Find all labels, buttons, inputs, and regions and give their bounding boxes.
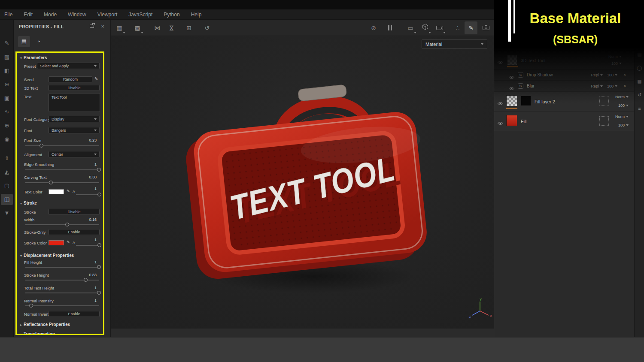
dock-icon[interactable] bbox=[90, 24, 94, 28]
chevron-down-icon bbox=[94, 118, 97, 120]
section-transformation[interactable]: ▸Transformation bbox=[20, 332, 55, 335]
text-color-alpha-value: 1 bbox=[94, 187, 97, 191]
chevron-down-icon bbox=[626, 124, 629, 126]
menu-file[interactable]: File bbox=[4, 12, 12, 18]
text-color-alpha-slider[interactable] bbox=[76, 194, 100, 195]
seed-label: Seed bbox=[24, 77, 33, 82]
normal-intensity-slider[interactable] bbox=[25, 305, 99, 306]
opacity-dropdown[interactable]: 100 bbox=[618, 103, 629, 108]
slider-knob[interactable] bbox=[97, 243, 101, 247]
normal-invert-button[interactable]: Enable bbox=[49, 311, 100, 317]
section-parameters[interactable]: ▾Parameters bbox=[20, 55, 47, 60]
font-dropdown[interactable]: Bangers bbox=[49, 127, 100, 133]
material-picker-icon[interactable]: ◉ bbox=[1, 134, 13, 145]
alpha-label: A bbox=[73, 190, 75, 194]
slider-knob[interactable] bbox=[84, 278, 88, 282]
stroke-toggle-button[interactable]: Disable bbox=[49, 209, 100, 215]
frame-icon[interactable]: ▢ bbox=[1, 180, 13, 191]
layer-name[interactable]: Fill bbox=[521, 119, 526, 124]
section-reflectance[interactable]: ▸Reflectance Properties bbox=[20, 322, 70, 327]
add-frame-icon[interactable]: ⊞ bbox=[184, 23, 194, 33]
slider-knob[interactable] bbox=[39, 144, 43, 148]
properties-panel: PROPERTIES - FILL × ▤ ◔ ▾Parameters Pres… bbox=[14, 20, 111, 337]
eyedropper-icon[interactable]: ✎ bbox=[67, 240, 70, 244]
menu-mode[interactable]: Mode bbox=[44, 12, 57, 18]
menu-viewport[interactable]: Viewport bbox=[97, 12, 117, 18]
particles-icon[interactable]: ∴ bbox=[453, 23, 463, 33]
close-icon[interactable]: × bbox=[101, 24, 104, 29]
alignment-dropdown[interactable]: Center bbox=[49, 151, 100, 157]
menu-javascript[interactable]: JavaScript bbox=[128, 12, 152, 18]
chevron-down-icon bbox=[123, 32, 125, 33]
layer-thumbnail[interactable] bbox=[506, 115, 517, 126]
section-displacement[interactable]: ▾Displacement Properties bbox=[20, 253, 74, 258]
material-slot-box[interactable] bbox=[599, 116, 609, 126]
history-icon[interactable]: ↺ bbox=[202, 23, 212, 33]
stroke-height-slider[interactable] bbox=[25, 280, 99, 281]
symmetry-y-icon[interactable]: ⋈ bbox=[167, 23, 177, 33]
pencil-tool-icon[interactable]: ✎ bbox=[465, 21, 477, 34]
slider-knob[interactable] bbox=[97, 291, 101, 295]
3d-text-toggle-button[interactable]: Disable bbox=[49, 85, 100, 91]
chevron-down-icon bbox=[94, 154, 97, 155]
total-text-height-slider[interactable] bbox=[25, 293, 99, 293]
hide-ui-icon[interactable]: ⊘ bbox=[368, 23, 379, 33]
material-mode-dropdown[interactable]: Material bbox=[422, 39, 487, 49]
export-icon[interactable]: ⇧ bbox=[1, 153, 13, 164]
total-text-height-value: 1 bbox=[94, 286, 97, 290]
pause-icon[interactable] bbox=[388, 25, 392, 30]
symmetry-x-icon[interactable]: ⋈ bbox=[152, 23, 162, 33]
opacity-dropdown[interactable]: 100 bbox=[618, 123, 629, 127]
edit-seed-icon[interactable]: ✎ bbox=[94, 76, 98, 81]
layers-list-icon[interactable]: ≡ bbox=[635, 106, 644, 111]
preset-label: Preset bbox=[24, 64, 36, 69]
edge-smoothing-slider[interactable] bbox=[25, 169, 99, 170]
preset-dropdown[interactable]: Select and Apply bbox=[37, 63, 100, 69]
text-input[interactable]: Text Tool bbox=[49, 93, 100, 112]
slider-knob[interactable] bbox=[65, 223, 69, 226]
menu-help[interactable]: Help bbox=[191, 12, 202, 18]
blend-mode-dropdown[interactable]: Norm bbox=[615, 115, 629, 119]
stroke-color-swatch[interactable] bbox=[49, 240, 64, 245]
eyedropper-icon[interactable]: ✎ bbox=[67, 189, 70, 193]
fill-height-slider[interactable] bbox=[25, 267, 99, 268]
section-stroke[interactable]: ▾Stroke bbox=[20, 201, 37, 205]
polygon-fill-tool-icon[interactable]: ⊛ bbox=[1, 79, 13, 90]
fill-tab-icon[interactable]: ◔ bbox=[33, 36, 45, 47]
curving-text-slider[interactable] bbox=[25, 182, 99, 183]
slider-knob[interactable] bbox=[49, 181, 53, 184]
menu-edit[interactable]: Edit bbox=[24, 12, 33, 18]
stamp-tool-icon[interactable]: ▣ bbox=[1, 93, 13, 104]
visibility-eye-icon[interactable] bbox=[498, 119, 504, 124]
font-category-dropdown[interactable]: Display bbox=[49, 116, 100, 122]
stroke-height-value: 0.83 bbox=[89, 273, 97, 277]
slider-knob[interactable] bbox=[97, 265, 101, 269]
annotation-title: Base Material bbox=[511, 10, 640, 27]
text-color-swatch[interactable] bbox=[49, 189, 64, 194]
paint-tool-icon[interactable]: ✎ bbox=[1, 38, 13, 49]
drop-icon[interactable]: ▼ bbox=[1, 208, 13, 219]
projection-tool-icon[interactable]: ◧ bbox=[1, 65, 13, 76]
clone-tool-icon[interactable]: ⊕ bbox=[1, 120, 13, 131]
stroke-only-button[interactable]: Enable bbox=[49, 229, 100, 235]
smudge-tool-icon[interactable]: ∿ bbox=[1, 106, 13, 118]
geometry-icon[interactable]: ◭ bbox=[1, 166, 13, 178]
width-slider[interactable] bbox=[25, 224, 99, 225]
snapshot-camera-icon[interactable] bbox=[481, 23, 491, 33]
menu-python[interactable]: Python bbox=[164, 12, 179, 18]
eraser-tool-icon[interactable]: ▧ bbox=[1, 51, 13, 63]
view-mode-icon[interactable]: ◫ bbox=[1, 194, 13, 205]
material-tab-icon[interactable]: ▤ bbox=[18, 36, 30, 47]
slider-knob[interactable] bbox=[29, 304, 33, 308]
parameters-panel: ▾Parameters Preset Select and Apply Seed… bbox=[15, 51, 104, 335]
slider-knob[interactable] bbox=[97, 193, 101, 196]
3d-viewport[interactable]: Material TEXT TOOL bbox=[111, 36, 494, 329]
menu-window[interactable]: Window bbox=[68, 12, 86, 18]
slider-knob[interactable] bbox=[97, 168, 101, 172]
stroke-color-alpha-slider[interactable] bbox=[76, 245, 100, 246]
layer-row[interactable]: Fill Norm 100 bbox=[494, 112, 635, 131]
font-size-slider[interactable] bbox=[25, 145, 99, 146]
seed-random-button[interactable]: Random bbox=[49, 76, 92, 82]
curving-text-value: 0.38 bbox=[89, 175, 97, 179]
chevron-down-icon bbox=[626, 105, 629, 106]
